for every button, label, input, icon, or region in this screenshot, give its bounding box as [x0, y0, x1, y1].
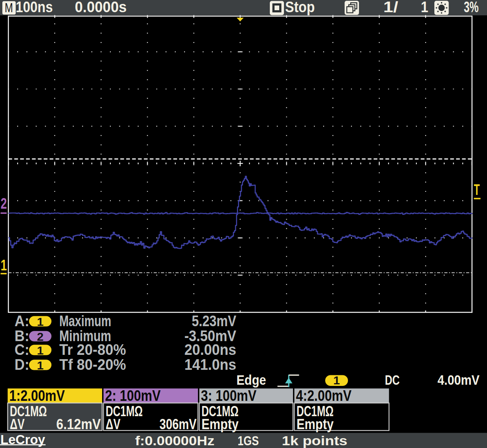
svg-text:3: 100mV: 3: 100mV	[201, 387, 257, 404]
svg-text:1k points: 1k points	[282, 433, 348, 448]
svg-text:Maximum: Maximum	[59, 313, 111, 329]
svg-text:Empty: Empty	[201, 416, 239, 432]
svg-text:1: 1	[37, 344, 44, 357]
svg-text:1/: 1/	[383, 0, 398, 15]
svg-text:A:: A:	[15, 313, 29, 329]
svg-text:DC: DC	[385, 372, 400, 387]
svg-text:ΔV: ΔV	[10, 416, 25, 432]
svg-text:2: 2	[37, 330, 44, 343]
svg-text:4.00mV: 4.00mV	[438, 372, 480, 387]
svg-text:Tf 80-20%: Tf 80-20%	[59, 356, 126, 373]
svg-text:3%: 3%	[464, 0, 479, 15]
svg-text:20.00ns: 20.00ns	[184, 342, 236, 358]
svg-text:ΔV: ΔV	[106, 416, 121, 432]
svg-text:6.12mV: 6.12mV	[56, 416, 101, 432]
svg-text:D:: D:	[15, 356, 29, 373]
svg-text:1: 1	[37, 315, 44, 328]
svg-text:T: T	[474, 182, 480, 198]
svg-text:2: 2	[1, 195, 7, 212]
svg-text:1GS: 1GS	[238, 433, 259, 448]
svg-text:1: 1	[421, 0, 428, 15]
svg-text:1:2.00mV: 1:2.00mV	[9, 387, 65, 404]
svg-text:1: 1	[37, 359, 44, 372]
svg-text:Stop: Stop	[285, 0, 315, 15]
svg-text:5.23mV: 5.23mV	[192, 313, 236, 329]
svg-text:Tr 20-80%: Tr 20-80%	[59, 342, 126, 358]
svg-text:Empty: Empty	[297, 416, 334, 432]
svg-text:M: M	[5, 0, 13, 15]
svg-text:4:2.00mV: 4:2.00mV	[296, 387, 352, 404]
svg-text:f:0.00000Hz: f:0.00000Hz	[135, 433, 214, 448]
svg-text:100ns: 100ns	[16, 0, 53, 15]
svg-text:1: 1	[333, 374, 340, 387]
svg-text:306mV: 306mV	[159, 416, 197, 432]
svg-text:2: 100mV: 2: 100mV	[105, 387, 161, 404]
svg-text:141.0ns: 141.0ns	[184, 356, 236, 373]
svg-text:0.0000s: 0.0000s	[75, 0, 127, 15]
svg-text:Edge: Edge	[236, 372, 266, 387]
svg-text:C:: C:	[15, 342, 29, 358]
svg-text:1: 1	[1, 257, 7, 274]
